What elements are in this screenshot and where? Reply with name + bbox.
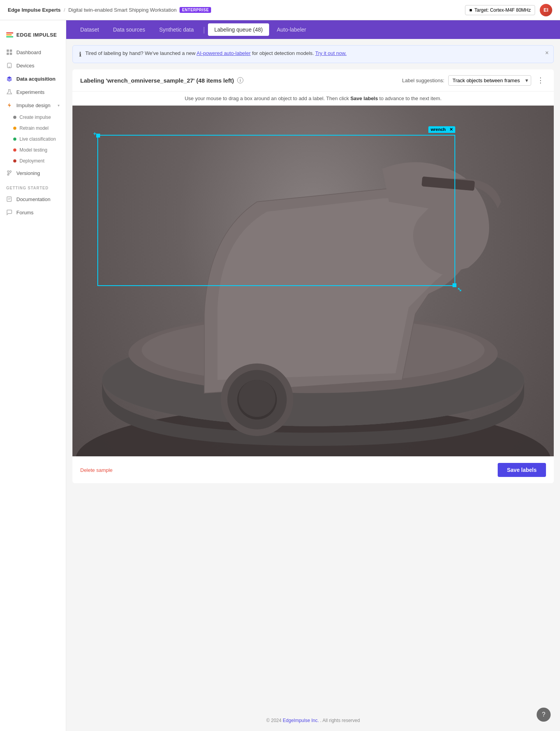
deployment-label: Deployment bbox=[19, 158, 44, 164]
sidebar-subitem-deployment[interactable]: Deployment bbox=[3, 155, 66, 166]
live-classification-dot bbox=[13, 138, 16, 141]
footer-company-link[interactable]: EdgeImpulse Inc. bbox=[283, 718, 319, 723]
layers-icon bbox=[6, 76, 12, 82]
avatar-initials: EI bbox=[544, 7, 548, 13]
main-layout: EDGE IMPULSE Dashboard Devices bbox=[0, 20, 560, 731]
devices-label: Devices bbox=[16, 63, 34, 69]
experts-label[interactable]: Edge Impulse Experts bbox=[8, 7, 61, 13]
try-now-link[interactable]: Try it out now. bbox=[315, 50, 347, 56]
git-icon bbox=[6, 170, 12, 176]
label-suggestions-text: Label suggestions: bbox=[402, 78, 444, 83]
content-inner: ℹ Tired of labeling by hand? We've launc… bbox=[66, 39, 560, 704]
sidebar-subitem-create-impulse[interactable]: Create impulse bbox=[3, 112, 66, 123]
sidebar-subitem-retrain-model[interactable]: Retrain model bbox=[3, 123, 66, 134]
logo-text: EDGE IMPULSE bbox=[16, 32, 57, 38]
logo-bar-green bbox=[6, 36, 13, 37]
save-labels-button[interactable]: Save labels bbox=[498, 463, 546, 477]
ai-labeler-link[interactable]: AI-powered auto-labeler bbox=[197, 50, 251, 56]
impulse-design-label: Impulse design bbox=[16, 102, 50, 108]
logo-bar-orange bbox=[6, 34, 12, 35]
sidebar-item-devices[interactable]: Devices bbox=[0, 59, 66, 72]
image-container[interactable]: + ⤡ wrench ✕ bbox=[72, 106, 554, 456]
topbar: Edge Impulse Experts / Digital twin-enab… bbox=[0, 0, 560, 20]
content-area: Dataset Data sources Synthetic data | La… bbox=[66, 20, 560, 731]
logo-bar-red bbox=[6, 32, 13, 34]
flask-icon bbox=[6, 89, 12, 95]
more-options-button[interactable]: ⋮ bbox=[535, 75, 546, 86]
tab-auto-labeler[interactable]: Auto-labeler bbox=[271, 23, 313, 36]
banner-text: Tired of labeling by hand? We've launche… bbox=[85, 50, 347, 56]
target-label: Target: Cortex-M4F 80MHz bbox=[474, 7, 531, 13]
logo-icon bbox=[6, 32, 13, 37]
instruction-bar: Use your mouse to drag a box around an o… bbox=[72, 92, 554, 106]
tab-bar: Dataset Data sources Synthetic data | La… bbox=[66, 20, 560, 39]
svg-point-23 bbox=[239, 380, 276, 417]
avatar[interactable]: EI bbox=[540, 4, 552, 16]
page-footer: © 2024 EdgeImpulse Inc. . All rights res… bbox=[66, 710, 560, 731]
svg-rect-2 bbox=[7, 53, 9, 55]
svg-rect-1 bbox=[10, 49, 12, 52]
versioning-label: Versioning bbox=[16, 170, 40, 176]
labeling-header: Labeling 'wrench_omniverse_sample_27' (4… bbox=[72, 69, 554, 92]
sidebar-item-forums[interactable]: Forums bbox=[0, 206, 66, 219]
forums-label: Forums bbox=[16, 210, 33, 215]
labeling-title: Labeling 'wrench_omniverse_sample_27' (4… bbox=[80, 77, 243, 84]
sidebar-submenu: Create impulse Retrain model Live classi… bbox=[0, 112, 66, 166]
delete-sample-link[interactable]: Delete sample bbox=[80, 467, 113, 473]
retrain-model-label: Retrain model bbox=[19, 125, 49, 131]
sidebar-item-dashboard[interactable]: Dashboard bbox=[0, 46, 66, 59]
tab-synthetic-data[interactable]: Synthetic data bbox=[153, 23, 200, 36]
sidebar-item-documentation[interactable]: Documentation bbox=[0, 192, 66, 206]
sidebar-item-experiments[interactable]: Experiments bbox=[0, 85, 66, 99]
create-impulse-dot bbox=[13, 116, 16, 119]
device-icon bbox=[6, 62, 12, 69]
save-labels-instruction: Save labels bbox=[350, 95, 378, 101]
topbar-left: Edge Impulse Experts / Digital twin-enab… bbox=[8, 7, 211, 13]
svg-rect-3 bbox=[10, 53, 12, 55]
labeling-canvas[interactable]: + ⤡ wrench ✕ bbox=[72, 106, 554, 456]
tab-divider: | bbox=[201, 26, 206, 34]
bb-close-icon[interactable]: ✕ bbox=[449, 127, 453, 132]
sidebar-item-versioning[interactable]: Versioning bbox=[0, 166, 66, 180]
sidebar-navigation: Dashboard Devices Data acquisition bbox=[0, 46, 66, 219]
project-name: Digital twin-enabled Smart Shipping Work… bbox=[68, 7, 176, 13]
bounding-box[interactable]: + ⤡ wrench ✕ bbox=[97, 135, 455, 286]
book-icon bbox=[6, 196, 12, 202]
label-suggestions-area: Label suggestions: Track objects between… bbox=[402, 75, 546, 86]
tab-labeling-queue[interactable]: Labeling queue (48) bbox=[208, 23, 269, 36]
sidebar-subitem-live-classification[interactable]: Live classification bbox=[3, 134, 66, 145]
tab-dataset[interactable]: Dataset bbox=[74, 23, 105, 36]
bounding-box-label: wrench ✕ bbox=[428, 126, 455, 133]
bounding-box-corner-br[interactable]: ⤡ bbox=[453, 283, 456, 287]
banner-close-button[interactable]: × bbox=[545, 49, 549, 57]
info-banner: ℹ Tired of labeling by hand? We've launc… bbox=[72, 45, 554, 63]
svg-point-7 bbox=[7, 171, 9, 172]
help-button[interactable]: ? bbox=[537, 708, 551, 722]
documentation-label: Documentation bbox=[16, 196, 50, 202]
suggestions-select[interactable]: Track objects between frames None Use ex… bbox=[448, 75, 531, 86]
topbar-right: ■ Target: Cortex-M4F 80MHz EI bbox=[465, 4, 552, 16]
svg-rect-0 bbox=[7, 49, 9, 52]
labeling-info-icon[interactable]: i bbox=[237, 77, 243, 83]
labeling-footer: Delete sample Save labels bbox=[72, 456, 554, 483]
suggestions-select-wrapper: Track objects between frames None Use ex… bbox=[448, 75, 531, 86]
getting-started-label: GETTING STARTED bbox=[0, 180, 66, 192]
zap-icon bbox=[6, 102, 12, 108]
target-button[interactable]: ■ Target: Cortex-M4F 80MHz bbox=[465, 5, 535, 15]
bounding-box-corner-tl[interactable]: + bbox=[96, 134, 100, 138]
retrain-model-dot bbox=[13, 127, 16, 130]
breadcrumb-separator: / bbox=[64, 7, 65, 13]
message-icon bbox=[6, 209, 12, 215]
impulse-design-arrow: ▾ bbox=[58, 103, 60, 108]
svg-point-9 bbox=[10, 171, 11, 172]
model-testing-dot bbox=[13, 148, 16, 152]
info-icon: ℹ bbox=[79, 51, 81, 58]
tab-data-sources[interactable]: Data sources bbox=[107, 23, 151, 36]
sidebar-item-impulse-design[interactable]: Impulse design ▾ bbox=[0, 99, 66, 112]
enterprise-badge: ENTERPRISE bbox=[180, 7, 211, 13]
experiments-label: Experiments bbox=[16, 89, 44, 95]
sidebar-subitem-model-testing[interactable]: Model testing bbox=[3, 145, 66, 155]
sidebar-item-data-acquisition[interactable]: Data acquisition bbox=[0, 72, 66, 85]
create-impulse-label: Create impulse bbox=[19, 115, 51, 120]
live-classification-label: Live classification bbox=[19, 136, 56, 142]
